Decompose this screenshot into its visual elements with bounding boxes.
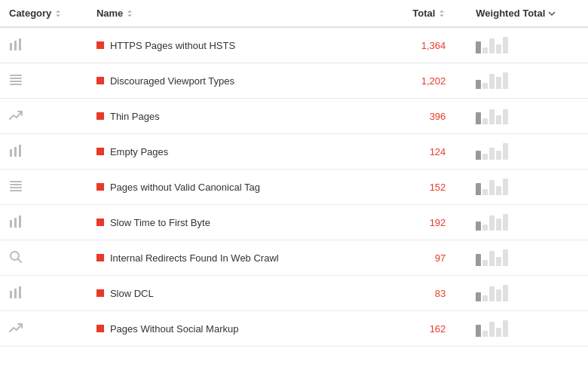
svg-rect-15 [14, 218, 17, 228]
weighted-bar-chart [476, 285, 579, 301]
category-icon-trend [9, 321, 23, 335]
cell-weighted-3 [461, 99, 588, 134]
cell-category-1 [0, 27, 87, 63]
cell-weighted-9 [461, 311, 588, 347]
table-row: Slow Time to First Byte 192 [0, 205, 588, 240]
svg-rect-11 [10, 184, 22, 185]
svg-rect-0 [10, 43, 12, 50]
svg-rect-14 [10, 220, 12, 228]
cell-weighted-1 [461, 27, 588, 63]
weighted-bar-chart [476, 249, 579, 266]
cell-weighted-2 [461, 63, 588, 99]
weighted-bar-chart [476, 37, 579, 53]
cell-weighted-4 [461, 134, 588, 170]
cell-weighted-7 [461, 240, 588, 276]
svg-rect-1 [14, 41, 17, 50]
issue-name-8: Slow DCL [110, 288, 154, 299]
table-row: Thin Pages 396 [0, 99, 588, 134]
weighted-bar-chart [476, 143, 579, 160]
red-indicator-7 [96, 254, 104, 261]
issue-name-9: Pages Without Social Markup [110, 323, 239, 335]
red-indicator-8 [96, 289, 104, 297]
table-row: Internal Redirects Found In Web Crawl 97 [0, 240, 588, 276]
cell-category-4 [0, 134, 87, 170]
header-total[interactable]: Total [381, 0, 461, 27]
weighted-bar-chart [476, 108, 579, 124]
svg-rect-19 [10, 291, 12, 298]
red-indicator-4 [96, 148, 104, 155]
header-name[interactable]: Name [87, 0, 381, 27]
header-category[interactable]: Category [0, 0, 87, 27]
category-icon-list [9, 179, 23, 193]
category-icon-list [9, 73, 23, 87]
weighted-bar-chart [476, 72, 579, 89]
cell-category-9 [0, 311, 87, 347]
cell-weighted-6 [461, 205, 588, 240]
cell-category-6 [0, 205, 87, 240]
table-row: Discouraged Viewport Types 1,202 [0, 63, 588, 99]
cell-total-3: 396 [381, 99, 461, 134]
cell-total-4: 124 [381, 134, 461, 170]
red-indicator-6 [96, 219, 104, 226]
svg-rect-5 [10, 81, 22, 82]
table-row: Pages without Valid Canonical Tag 152 [0, 170, 588, 205]
cell-total-8: 83 [381, 276, 461, 311]
weighted-bar-chart [476, 320, 579, 337]
cell-category-8 [0, 276, 87, 311]
svg-rect-12 [10, 187, 22, 188]
svg-line-18 [18, 258, 22, 262]
category-icon-bar [9, 38, 23, 51]
cell-category-2 [0, 63, 87, 99]
cell-name-8: Slow DCL [87, 276, 381, 311]
sort-icon-name [126, 10, 133, 17]
cell-name-2: Discouraged Viewport Types [87, 63, 381, 99]
category-icon-bar [9, 144, 23, 157]
cell-category-5 [0, 170, 87, 205]
issue-name-6: Slow Time to First Byte [110, 217, 210, 228]
sort-icon-category [54, 10, 62, 17]
category-icon-bar [9, 286, 23, 299]
svg-rect-4 [10, 78, 22, 79]
sort-icon-total [438, 10, 446, 17]
category-icon-trend [9, 109, 23, 122]
cell-weighted-5 [461, 170, 588, 205]
cell-name-7: Internal Redirects Found In Web Crawl [87, 240, 381, 276]
cell-category-7 [0, 240, 87, 276]
table-row: Empty Pages 124 [0, 134, 588, 170]
svg-rect-9 [19, 145, 21, 157]
cell-total-6: 192 [381, 205, 461, 240]
cell-total-2: 1,202 [381, 63, 461, 99]
cell-name-1: HTTPS Pages without HSTS [87, 27, 381, 63]
svg-rect-3 [10, 75, 22, 76]
issue-name-1: HTTPS Pages without HSTS [110, 40, 235, 51]
svg-rect-6 [10, 84, 22, 85]
red-indicator-9 [96, 325, 104, 332]
sort-icon-weighted [548, 10, 556, 17]
cell-total-9: 162 [381, 311, 461, 347]
cell-weighted-8 [461, 276, 588, 311]
cell-name-9: Pages Without Social Markup [87, 311, 381, 347]
cell-total-1: 1,364 [381, 27, 461, 63]
issue-name-2: Discouraged Viewport Types [110, 75, 234, 87]
red-indicator-1 [96, 41, 104, 49]
category-icon-search [9, 250, 23, 264]
cell-total-7: 97 [381, 240, 461, 276]
issue-name-5: Pages without Valid Canonical Tag [110, 182, 260, 193]
cell-name-6: Slow Time to First Byte [87, 205, 381, 240]
svg-rect-21 [19, 286, 21, 298]
svg-rect-2 [19, 38, 21, 50]
table-row: Slow DCL 83 [0, 276, 588, 311]
weighted-bar-chart [476, 179, 579, 195]
issue-name-4: Empty Pages [110, 146, 168, 157]
issue-name-7: Internal Redirects Found In Web Crawl [110, 252, 279, 264]
cell-name-4: Empty Pages [87, 134, 381, 170]
header-weighted-total[interactable]: Weighted Total [461, 0, 588, 27]
issues-table: Category Name Total [0, 0, 588, 347]
svg-rect-20 [14, 289, 17, 298]
cell-name-3: Thin Pages [87, 99, 381, 134]
cell-name-5: Pages without Valid Canonical Tag [87, 170, 381, 205]
red-indicator-5 [96, 183, 104, 191]
svg-rect-10 [10, 181, 22, 182]
svg-rect-8 [14, 147, 17, 157]
table-row: Pages Without Social Markup 162 [0, 311, 588, 347]
